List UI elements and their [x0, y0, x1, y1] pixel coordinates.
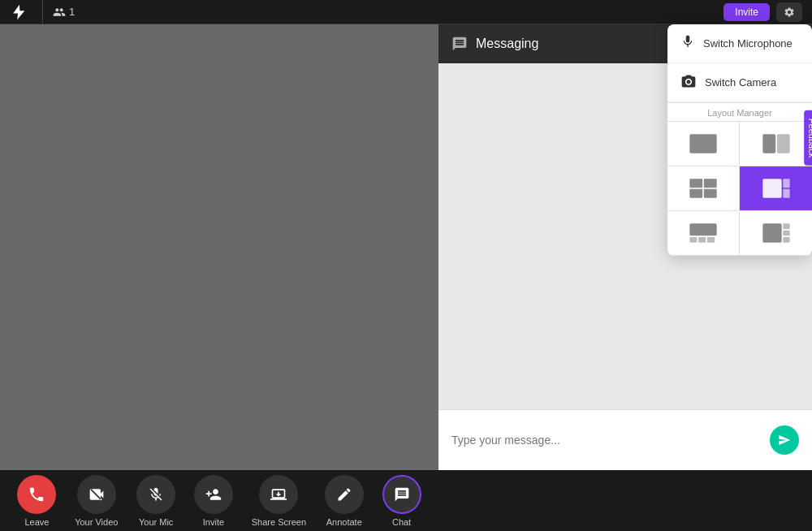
- logo: [10, 1, 32, 24]
- camera-icon: [680, 73, 697, 92]
- svg-rect-13: [707, 237, 715, 243]
- bottom-toolbar: Leave Your Video Your Mic Invite: [0, 470, 438, 531]
- dropdown-popup: Switch Microphone Switch Camera Layout M…: [667, 24, 812, 256]
- svg-rect-6: [704, 189, 717, 198]
- microphone-icon: [680, 34, 695, 53]
- switch-camera-label: Switch Camera: [705, 76, 776, 88]
- participant-count: 1: [53, 6, 75, 19]
- annotate-label: Annotate: [326, 517, 362, 527]
- layout-quad[interactable]: [667, 166, 740, 211]
- share-screen-button[interactable]: Share Screen: [252, 475, 306, 527]
- mic-button[interactable]: Your Mic: [136, 475, 175, 527]
- svg-rect-2: [776, 134, 789, 153]
- leave-button[interactable]: Leave: [17, 475, 56, 527]
- svg-rect-0: [689, 134, 716, 153]
- layout-sidebar[interactable]: [740, 166, 812, 211]
- layout-single[interactable]: [667, 122, 740, 166]
- svg-rect-1: [762, 134, 775, 153]
- layout-manager-label: Layout Manager: [667, 102, 812, 121]
- video-label: Your Video: [75, 517, 118, 527]
- svg-rect-17: [783, 237, 789, 243]
- switch-camera-item[interactable]: Switch Camera: [667, 63, 812, 102]
- chat-label: Chat: [392, 517, 411, 527]
- video-button[interactable]: Your Video: [75, 475, 118, 527]
- svg-rect-10: [689, 223, 716, 235]
- invite-toolbar-button[interactable]: Invite: [194, 475, 233, 527]
- messaging-title: Messaging: [476, 37, 538, 51]
- divider: [42, 0, 43, 24]
- layout-strip-side[interactable]: [740, 211, 812, 256]
- switch-microphone-label: Switch Microphone: [703, 37, 793, 50]
- top-bar-right: Invite: [723, 2, 802, 22]
- layout-grid: [667, 121, 812, 256]
- invite-button[interactable]: Invite: [723, 3, 770, 21]
- svg-rect-12: [698, 237, 706, 243]
- svg-rect-16: [783, 231, 789, 236]
- annotate-button[interactable]: Annotate: [325, 475, 364, 527]
- video-area: [0, 24, 438, 470]
- leave-label: Leave: [24, 517, 49, 527]
- chat-button[interactable]: Chat: [382, 475, 421, 527]
- chat-icon: [451, 36, 468, 52]
- svg-rect-14: [762, 223, 781, 242]
- share-screen-label: Share Screen: [252, 517, 306, 527]
- message-input-area: [438, 409, 812, 470]
- svg-rect-11: [689, 237, 697, 243]
- switch-microphone-item[interactable]: Switch Microphone: [667, 24, 812, 63]
- svg-rect-5: [689, 189, 702, 198]
- svg-rect-9: [783, 189, 789, 198]
- settings-button[interactable]: [776, 2, 802, 22]
- mic-label: Your Mic: [139, 517, 173, 527]
- layout-strip[interactable]: [667, 211, 740, 256]
- top-bar: 1 Invite: [0, 0, 812, 24]
- svg-rect-15: [783, 223, 789, 229]
- layout-split-h[interactable]: [740, 122, 812, 166]
- invite-label: Invite: [203, 517, 224, 527]
- svg-rect-8: [783, 179, 789, 188]
- message-input[interactable]: [451, 434, 762, 447]
- feedback-tab[interactable]: Feedback: [804, 110, 812, 166]
- send-button[interactable]: [770, 425, 799, 455]
- svg-rect-3: [689, 179, 702, 188]
- svg-rect-4: [704, 179, 717, 188]
- svg-rect-7: [762, 179, 781, 197]
